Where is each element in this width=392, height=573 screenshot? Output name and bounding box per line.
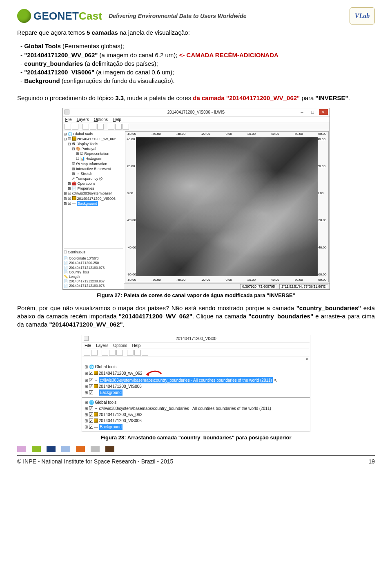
tool-icon[interactable] — [90, 124, 96, 130]
status-coord-dec: 0.397920, 73.608795 — [240, 284, 277, 289]
tool-icon[interactable] — [84, 350, 90, 356]
tool-icon[interactable] — [65, 124, 71, 130]
tool-icon[interactable] — [109, 350, 116, 356]
axis-y-right: 40.0020.000.00-20.00-40.00-60.00 — [317, 137, 327, 276]
close-button[interactable]: × — [319, 109, 328, 115]
tree-node: ⊟ 🛠 Display Tools — [64, 141, 123, 146]
menu-help[interactable]: Help — [113, 117, 121, 122]
tree-node: ⤢ Transparency (0 — [64, 176, 123, 181]
menu-options[interactable]: Options — [113, 343, 127, 348]
swatch-icon — [91, 446, 100, 452]
tool-icon[interactable] — [116, 350, 123, 356]
tree-node[interactable]: ⊞ 201404171200_wv_062 — [85, 412, 307, 418]
map-canvas[interactable]: -60.00-60.00-40.00-20.000.0020.0040.0060… — [125, 131, 329, 282]
tree-node[interactable]: ⊞ 201404171200_VIS006 — [85, 383, 307, 389]
intro-line: Repare que agora temos 5 camadas na jane… — [17, 29, 375, 37]
tool-icon[interactable] — [115, 124, 122, 130]
list-item-2: - "201404171200_WV_062" (a imagem do can… — [20, 51, 375, 59]
app-icon — [65, 110, 69, 114]
copyright: © INPE - National Institute for Space Re… — [17, 458, 173, 465]
status-coord-dms: 2°11'52.51"N; 73°36'31.66"E — [279, 284, 327, 289]
tree-node: ⊞ ☑ 201404171200_VIS006 — [64, 196, 123, 201]
tree-node: ⊞ ☑ c:\ilwis383\system\baser — [64, 191, 123, 196]
color-swatches — [17, 446, 375, 452]
swatch-icon — [105, 446, 114, 452]
ilwis2-menubar: File Layers Options Help — [82, 342, 310, 349]
map-panel: -60.00-60.00-40.00-20.000.0020.0040.0060… — [124, 130, 330, 289]
ilwis-toolbar — [63, 123, 330, 130]
tree-node: ⊟ 🎨 Portrayal — [64, 146, 123, 151]
ilwis-menubar: File Layers Options Help — [63, 116, 330, 123]
brand: GEONETCast Delivering Environmental Data… — [17, 9, 247, 23]
svg-marker-0 — [146, 373, 149, 376]
figure-28: 201404171200_VIS00 File Layers Options H… — [17, 335, 375, 441]
page-number: 19 — [368, 458, 375, 465]
axis-y-left: 40.0020.000.00-20.00-40.00-60.00 — [127, 137, 136, 276]
layer-tree[interactable]: ⊞ 🌐 Global tools ⊟ ☑ 201404171200_wv_062… — [64, 132, 123, 206]
tool-icon[interactable] — [127, 350, 134, 356]
tool-icon[interactable] — [108, 124, 114, 130]
minimize-button[interactable]: – — [298, 109, 307, 115]
swatch-icon — [47, 446, 56, 452]
close-icon[interactable]: × — [306, 356, 308, 361]
tree-node-selected[interactable]: ⊞ 〰 c:\ilwis383\system\basemaps\country_… — [85, 377, 307, 383]
para-proc: Seguindo o procedimento do tópico 3.3, m… — [17, 94, 375, 102]
footer: © INPE - National Institute for Space Re… — [17, 458, 375, 465]
list-item-1: - Global Tools (Ferramentas globais); — [20, 42, 375, 50]
tree-node[interactable]: ⊞ — Background — [85, 424, 307, 430]
tree-node[interactable]: ⊞ 🌐 Global tools — [85, 399, 307, 405]
window-title: 201404171200_VIS00 — [176, 336, 216, 341]
list-item-3: - country_boundaries (a delimitação dos … — [20, 60, 375, 68]
menu-layers[interactable]: Layers — [96, 343, 108, 348]
menu-file[interactable]: File — [65, 117, 72, 122]
tool-icon[interactable] — [72, 124, 78, 130]
para-drag: Porém, por que não visualizamos o mapa d… — [17, 304, 375, 329]
brand-cast: Cast — [79, 10, 102, 22]
axis-x-bottom: -60.00-60.00-40.00-20.000.0020.0040.0060… — [127, 278, 327, 282]
menu-options[interactable]: Options — [94, 117, 108, 122]
vlab-text: VLab — [355, 12, 370, 20]
body-text: Repare que agora temos 5 camadas na jane… — [17, 29, 375, 102]
tool-icon[interactable] — [97, 124, 104, 130]
maximize-button[interactable]: □ — [308, 109, 317, 115]
layer-panel-before: ⊞ 🌐 Global tools ⊞ 201404171200_wv_062 ⊞… — [82, 362, 310, 432]
tool-icon[interactable] — [91, 350, 98, 356]
sidebar-info: ☐ Continuous 📄 Coordinate 13°59'3 📄 2014… — [64, 248, 123, 288]
globe-icon — [17, 9, 31, 23]
brand-geo: GEO — [33, 10, 57, 22]
figure-27-caption: Figura 27: Paleta de cores do canal vapo… — [17, 292, 375, 298]
ilwis-window-small: 201404171200_VIS00 File Layers Options H… — [82, 335, 310, 432]
list-item-5: - Background (configurações do fundo da … — [20, 77, 375, 85]
menu-layers[interactable]: Layers — [77, 117, 89, 122]
app-icon — [84, 336, 89, 341]
doc-header: GEONETCast Delivering Environmental Data… — [17, 7, 375, 25]
axis-x-top: -60.00-60.00-40.00-20.000.0020.0040.0060… — [127, 132, 327, 136]
tool-icon[interactable] — [82, 124, 89, 130]
tree-node: ⊞ ☑ Representation — [64, 151, 123, 156]
cursor-icon: ↖ — [273, 378, 277, 383]
tree-node[interactable]: ⊞ — Background — [85, 389, 307, 396]
tool-icon[interactable] — [142, 350, 148, 356]
swatch-icon — [32, 446, 41, 452]
menu-file[interactable]: File — [85, 343, 91, 348]
ilwis2-toolbar — [82, 349, 310, 356]
ilwis2-titlebar: 201404171200_VIS00 — [82, 335, 310, 342]
tree-node: ⊞ 📄 Properties — [64, 186, 123, 191]
tree-node[interactable]: ⊞ 〰 c:\ilwis383\system\basemaps\country_… — [85, 405, 307, 412]
tree-node: ⊞ ↔ Stretch — [64, 171, 123, 176]
tool-icon[interactable] — [122, 124, 129, 130]
figure-27: 201404171200_VIS006 - ILWIS – □ × File L… — [17, 108, 375, 298]
menu-help[interactable]: Help — [132, 343, 141, 348]
tree-node: ⊞ 🧰 Operations — [64, 181, 123, 186]
tree-node: ☑ 🗺 Map Information — [64, 161, 123, 166]
tree-node[interactable]: ⊞ 🌐 Global tools — [85, 364, 307, 370]
tree-node[interactable]: ⊞ 201404171200_wv_062 — [85, 370, 307, 377]
tree-node[interactable]: ⊞ 201404171200_VIS006 — [85, 418, 307, 424]
figure-28-caption: Figura 28: Arrastando camada "country_bo… — [17, 434, 375, 441]
satellite-image — [136, 137, 318, 276]
tree-node: ☐ 📊 Histogram — [64, 156, 123, 161]
tool-icon[interactable] — [134, 350, 141, 356]
tree-node: ⊞ Interactive Represent — [64, 166, 123, 171]
swatch-icon — [61, 446, 70, 452]
tool-icon[interactable] — [102, 350, 108, 356]
